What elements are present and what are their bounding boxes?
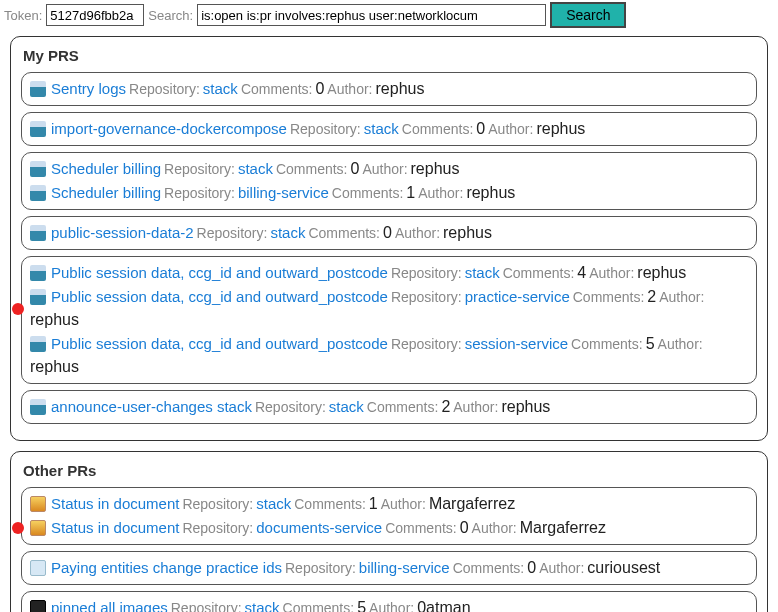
repository-link[interactable]: stack: [465, 263, 500, 283]
repository-link[interactable]: stack: [238, 159, 273, 179]
comments-count: 5: [357, 598, 366, 612]
comments-count: 0: [383, 223, 392, 243]
comments-label: Comments:: [283, 598, 355, 612]
author-label: Author:: [472, 518, 517, 538]
pr-group: Status in document Repository:stack Comm…: [21, 487, 757, 545]
section-title: My PRS: [23, 47, 757, 64]
repository-link[interactable]: stack: [364, 119, 399, 139]
comments-count: 4: [577, 263, 586, 283]
repository-link[interactable]: stack: [203, 79, 238, 99]
repository-link[interactable]: documents-service: [256, 518, 382, 538]
avatar-icon: [30, 289, 46, 305]
repository-label: Repository:: [129, 79, 200, 99]
pr-title-link[interactable]: Public session data, ccg_id and outward_…: [51, 287, 388, 307]
pr-row: Scheduler billing Repository:billing-ser…: [30, 181, 748, 205]
author-name: rephus: [637, 263, 686, 283]
pr-title-link[interactable]: Paying entities change practice ids: [51, 558, 282, 578]
author-label: Author:: [327, 79, 372, 99]
pr-title-link[interactable]: Status in document: [51, 518, 179, 538]
pr-title-link[interactable]: import-governance-dockercompose: [51, 119, 287, 139]
pr-title-link[interactable]: pinned all images: [51, 598, 168, 612]
author-label: Author:: [659, 287, 704, 307]
pr-title-link[interactable]: Status in document: [51, 494, 179, 514]
comments-count: 2: [647, 287, 656, 307]
avatar-icon: [30, 336, 46, 352]
author-name: Margaferrez: [520, 518, 606, 538]
pr-row: Public session data, ccg_id and outward_…: [30, 261, 748, 285]
author-name: rephus: [411, 159, 460, 179]
comments-label: Comments:: [571, 334, 643, 354]
pr-row: Sentry logs Repository:stack Comments:0 …: [30, 77, 748, 101]
author-label: Author:: [395, 223, 440, 243]
pr-title-link[interactable]: announce-user-changes stack: [51, 397, 252, 417]
repository-label: Repository:: [391, 287, 462, 307]
pr-row: Public session data, ccg_id and outward_…: [30, 285, 748, 332]
repository-label: Repository:: [164, 183, 235, 203]
comments-label: Comments:: [503, 263, 575, 283]
token-input[interactable]: [46, 4, 144, 26]
section-title: Other PRs: [23, 462, 757, 479]
search-input[interactable]: [197, 4, 546, 26]
repository-link[interactable]: billing-service: [359, 558, 450, 578]
author-label: Author:: [418, 183, 463, 203]
author-name: rephus: [443, 223, 492, 243]
pr-title-link[interactable]: Scheduler billing: [51, 183, 161, 203]
repository-label: Repository:: [285, 558, 356, 578]
author-label: Author:: [488, 119, 533, 139]
author-name: rephus: [376, 79, 425, 99]
repository-link[interactable]: stack: [245, 598, 280, 612]
author-name: curiousest: [587, 558, 660, 578]
repository-link[interactable]: billing-service: [238, 183, 329, 203]
avatar-icon: [30, 225, 46, 241]
section-panel: My PRSSentry logs Repository:stack Comme…: [10, 36, 768, 441]
avatar-icon: [30, 560, 46, 576]
search-button[interactable]: Search: [550, 2, 626, 28]
token-label: Token:: [4, 8, 42, 23]
author-label: Author:: [539, 558, 584, 578]
section-panel: Other PRsStatus in document Repository:s…: [10, 451, 768, 612]
pr-group: pinned all images Repository:stack Comme…: [21, 591, 757, 612]
pr-row: pinned all images Repository:stack Comme…: [30, 596, 748, 612]
author-label: Author:: [589, 263, 634, 283]
author-name: rephus: [30, 357, 79, 377]
repository-link[interactable]: practice-service: [465, 287, 570, 307]
repository-label: Repository:: [182, 518, 253, 538]
repository-label: Repository:: [197, 223, 268, 243]
avatar-icon: [30, 265, 46, 281]
pr-title-link[interactable]: Sentry logs: [51, 79, 126, 99]
repository-label: Repository:: [164, 159, 235, 179]
pr-title-link[interactable]: public-session-data-2: [51, 223, 194, 243]
pr-row: public-session-data-2 Repository:stack C…: [30, 221, 748, 245]
pr-group: announce-user-changes stack Repository:s…: [21, 390, 757, 424]
author-label: Author:: [369, 598, 414, 612]
repository-label: Repository:: [255, 397, 326, 417]
pr-group: Paying entities change practice ids Repo…: [21, 551, 757, 585]
avatar-icon: [30, 161, 46, 177]
comments-count: 1: [406, 183, 415, 203]
pr-group: Scheduler billing Repository:stack Comme…: [21, 152, 757, 210]
comments-count: 1: [369, 494, 378, 514]
repository-link[interactable]: session-service: [465, 334, 568, 354]
repository-label: Repository:: [182, 494, 253, 514]
comments-label: Comments:: [402, 119, 474, 139]
avatar-icon: [30, 600, 46, 612]
pr-title-link[interactable]: Public session data, ccg_id and outward_…: [51, 263, 388, 283]
repository-link[interactable]: stack: [256, 494, 291, 514]
repository-link[interactable]: stack: [329, 397, 364, 417]
comments-count: 0: [460, 518, 469, 538]
avatar-icon: [30, 496, 46, 512]
author-label: Author:: [381, 494, 426, 514]
repository-link[interactable]: stack: [270, 223, 305, 243]
repository-label: Repository:: [171, 598, 242, 612]
comments-label: Comments:: [241, 79, 313, 99]
avatar-icon: [30, 81, 46, 97]
top-bar: Token: Search: Search: [0, 0, 778, 30]
comments-count: 0: [527, 558, 536, 578]
pr-title-link[interactable]: Public session data, ccg_id and outward_…: [51, 334, 388, 354]
comments-label: Comments:: [332, 183, 404, 203]
comments-label: Comments:: [573, 287, 645, 307]
comments-count: 0: [315, 79, 324, 99]
pr-row: Status in document Repository:documents-…: [30, 516, 748, 540]
pr-title-link[interactable]: Scheduler billing: [51, 159, 161, 179]
author-name: rephus: [30, 310, 79, 330]
